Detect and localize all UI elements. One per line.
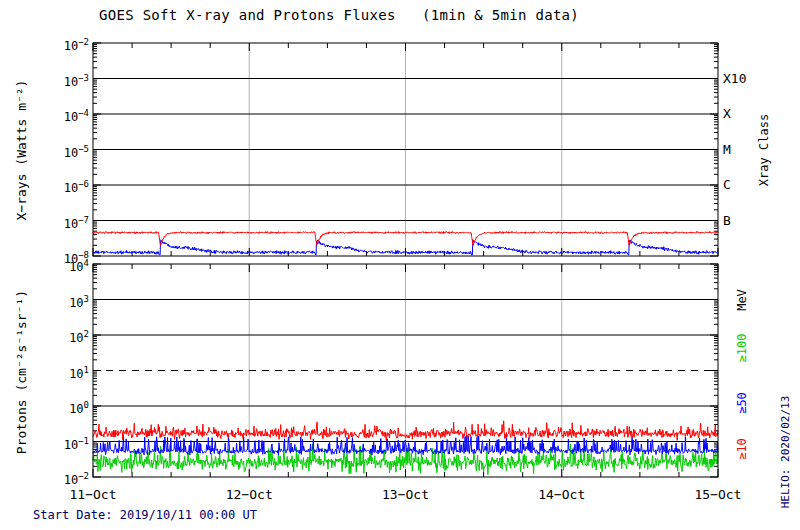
y-tick-label-protons: 102: [43, 327, 89, 345]
xray-class-axis-title: Xray Class: [757, 114, 771, 186]
y-tick-label-protons: 101: [43, 363, 89, 381]
xray-class-label-x10: X10: [723, 71, 746, 86]
goes-flux-plot: GOES Soft X-ray and Protons Fluxes (1min…: [0, 0, 800, 530]
y-tick-label-xray: 10−4: [43, 106, 89, 124]
y-tick-label-xray: 10−3: [43, 71, 89, 89]
proton-ge100-label: ≥100: [735, 334, 749, 363]
y-tick-label-protons: 100: [43, 398, 89, 416]
panel-protons: [93, 264, 718, 477]
y-tick-label-xray: 10−6: [43, 177, 89, 195]
y-tick-label-xray: 10−7: [43, 213, 89, 231]
y-tick-label-protons: 103: [43, 292, 89, 310]
xray-class-label-c: C: [723, 177, 731, 192]
x-tick-label: 13−Oct: [382, 487, 429, 502]
x-tick-label: 11−Oct: [70, 487, 117, 502]
y-tick-label-xray: 10−5: [43, 142, 89, 160]
helio-date-stamp: HELIO: 2020/02/13: [779, 396, 792, 509]
start-date-label: Start Date: 2019/10/11 00:00 UT: [33, 508, 257, 522]
y-tick-label-protons: 10−1: [43, 434, 89, 452]
x-tick-label: 14−Oct: [538, 487, 585, 502]
proton-ge50-label: ≥50: [735, 392, 749, 414]
x-tick-label: 12−Oct: [226, 487, 273, 502]
mev-axis-title: MeV: [735, 289, 749, 311]
xray-class-label-b: B: [723, 213, 731, 228]
xray-class-label-x: X: [723, 106, 731, 121]
panel-xray: [93, 43, 718, 256]
x-tick-label: 15−Oct: [695, 487, 742, 502]
flux-chart-canvas: [0, 0, 800, 530]
proton-ge10-label: ≥10: [735, 438, 749, 460]
y-tick-label-protons: 10−2: [43, 469, 89, 487]
y-tick-label-protons: 104: [43, 256, 89, 274]
xray-class-label-m: M: [723, 142, 731, 157]
y-tick-label-xray: 10−2: [43, 35, 89, 53]
xray-axis-title: X−rays (Watts m⁻²): [14, 80, 29, 221]
proton-axis-title: Protons (cm⁻²s⁻¹sr⁻¹): [14, 290, 29, 454]
